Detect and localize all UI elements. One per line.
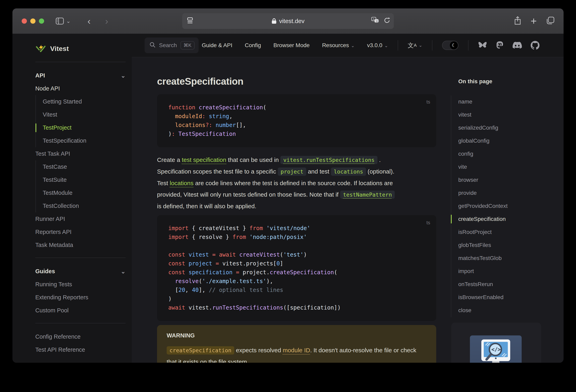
- sidebar-section-label: Guides: [35, 268, 55, 275]
- sidebar-section-guides[interactable]: Guides⌄: [35, 265, 126, 278]
- sidebar-item-extending-reporters[interactable]: Extending Reporters: [35, 291, 132, 304]
- sidebar-item-testproject[interactable]: TestProject: [43, 121, 132, 134]
- outline-item-provide[interactable]: provide: [458, 186, 564, 199]
- sponsor-illustration: </>: [470, 335, 522, 363]
- outline-item-config[interactable]: config: [458, 147, 564, 160]
- sidebar-item-config-reference[interactable]: Config Reference: [35, 330, 132, 343]
- url-text: vitest.dev: [279, 18, 305, 25]
- site-header: Search ⌘K Guide & APIConfigBrowser ModeR…: [132, 34, 564, 57]
- code-block-signature[interactable]: ts function createSpecification( moduleI…: [157, 94, 436, 147]
- code-line: const specification = project.createSpec…: [168, 268, 425, 277]
- code-block-example[interactable]: ts import { createVitest } from 'vitest/…: [157, 215, 436, 321]
- reader-icon[interactable]: [187, 17, 194, 25]
- svg-text:</>: </>: [491, 346, 501, 353]
- outline-item-globalconfig[interactable]: globalConfig: [458, 134, 564, 147]
- browser-toolbar: ⌄ ‹ › vitest.dev A文: [12, 8, 564, 34]
- outline-marker-track: [451, 95, 451, 317]
- sidebar-toggle-icon[interactable]: [55, 17, 64, 26]
- outline-item-vite[interactable]: vite: [458, 160, 564, 173]
- vitest-logo[interactable]: Vitest: [35, 41, 132, 56]
- inline-code-link[interactable]: testNamePattern: [340, 191, 395, 199]
- warning-callout: WARNING createSpecification expects reso…: [157, 325, 436, 363]
- code-line: ): TestSpecification: [168, 130, 425, 138]
- outline-item-createspecification[interactable]: createSpecification: [458, 212, 564, 225]
- code-line: [20, 40], // optional test lines: [168, 286, 425, 295]
- nav-link-resources[interactable]: Resources⌄: [322, 42, 355, 49]
- minimize-window-button[interactable]: [30, 18, 35, 24]
- sidebar-item-running-tests[interactable]: Running Tests: [35, 278, 132, 291]
- inline-code-link[interactable]: vitest.runTestSpecifications: [280, 156, 377, 164]
- outline-item-isrootproject[interactable]: isRootProject: [458, 225, 564, 239]
- sidebar-item-testcollection[interactable]: TestCollection: [43, 199, 132, 212]
- sidebar: Vitest API⌄Node APIGetting StartedVitest…: [12, 34, 132, 363]
- search-input[interactable]: Search ⌘K: [144, 37, 199, 53]
- sidebar-divider: [35, 258, 126, 258]
- sidebar-nested-group: Getting StartedVitestTestProjectTestSpec…: [35, 95, 132, 147]
- code-line: ): [168, 295, 425, 303]
- inline-link[interactable]: test specification: [182, 156, 226, 163]
- sidebar-item-test-task-api[interactable]: Test Task API: [35, 147, 132, 160]
- share-icon[interactable]: [514, 16, 521, 26]
- page-title: createSpecification: [157, 76, 436, 87]
- sidebar-section-api[interactable]: API⌄: [35, 69, 126, 82]
- translate-icon[interactable]: A文: [372, 17, 379, 25]
- sidebar-item-reporters-api[interactable]: Reporters API: [35, 225, 132, 239]
- sidebar-item-runner-api[interactable]: Runner API: [35, 212, 132, 225]
- outline-item-close[interactable]: close: [458, 304, 564, 317]
- nav-link-config[interactable]: Config: [245, 42, 261, 49]
- nav-link-guide-api[interactable]: Guide & API: [202, 42, 232, 49]
- sidebar-item-task-metadata[interactable]: Task Metadata: [35, 239, 132, 252]
- tabs-overview-icon[interactable]: [546, 16, 555, 26]
- language-icon[interactable]: 文A⌄: [408, 41, 422, 50]
- zoom-window-button[interactable]: [39, 18, 44, 24]
- sidebar-item-node-api[interactable]: Node API: [35, 82, 132, 95]
- nav-separator: [432, 40, 432, 51]
- text-line: Create a test specification that can be …: [157, 154, 436, 166]
- sponsor-card[interactable]: </>: [451, 323, 541, 363]
- chevron-down-icon: ⌄: [121, 72, 126, 79]
- outline-item-name[interactable]: name: [458, 95, 564, 108]
- discord-icon[interactable]: [513, 42, 522, 49]
- new-tab-icon[interactable]: +: [531, 15, 537, 27]
- svg-text:文: 文: [376, 20, 378, 23]
- outline-item-globtestfiles[interactable]: globTestFiles: [458, 239, 564, 252]
- bluesky-icon[interactable]: [478, 41, 487, 49]
- tab-group-chevron-icon[interactable]: ⌄: [66, 18, 71, 24]
- sidebar-item-testcase[interactable]: TestCase: [43, 160, 132, 173]
- reload-icon[interactable]: [384, 17, 390, 25]
- sidebar-item-test-api-reference[interactable]: Test API Reference: [35, 343, 132, 356]
- sidebar-item-testsuite[interactable]: TestSuite: [43, 173, 132, 186]
- sidebar-item-custom-pool[interactable]: Custom Pool: [35, 304, 132, 317]
- outline-item-serializedconfig[interactable]: serializedConfig: [458, 121, 564, 134]
- sidebar-item-testspecification[interactable]: TestSpecification: [43, 134, 132, 147]
- inline-link[interactable]: locations: [170, 180, 193, 186]
- sidebar-item-getting-started[interactable]: Getting Started: [43, 95, 132, 108]
- outline-item-browser[interactable]: browser: [458, 173, 564, 186]
- outline-item-getprovidedcontext[interactable]: getProvidedContext: [458, 199, 564, 212]
- code-line: locations?: number[],: [168, 121, 425, 130]
- chevron-down-icon: ⌄: [351, 43, 355, 48]
- nav-link-v3-0-0[interactable]: v3.0.0⌄: [367, 42, 388, 49]
- back-icon[interactable]: ‹: [85, 17, 93, 26]
- address-bar[interactable]: vitest.dev A文: [182, 13, 394, 29]
- outline-item-import[interactable]: import: [458, 265, 564, 278]
- moon-icon: ☾: [450, 41, 458, 49]
- sidebar-item-testmodule[interactable]: TestModule: [43, 186, 132, 199]
- nav-separator: [468, 40, 468, 51]
- code-lang-label: ts: [426, 97, 430, 106]
- inline-link[interactable]: module ID: [283, 347, 310, 354]
- theme-toggle[interactable]: ☾: [442, 41, 459, 50]
- text-line: is defined, then it will also be applied…: [157, 200, 436, 212]
- outline-item-matchestestglob[interactable]: matchesTestGlob: [458, 252, 564, 265]
- browser-window: ⌄ ‹ › vitest.dev A文: [12, 8, 564, 363]
- outline-item-ontestsrerun[interactable]: onTestsRerun: [458, 278, 564, 291]
- sidebar-item-vitest[interactable]: Vitest: [43, 108, 132, 121]
- outline-item-vitest[interactable]: vitest: [458, 108, 564, 121]
- magnifier-code-illustration: </>: [480, 339, 512, 363]
- outline-item-isbrowserenabled[interactable]: isBrowserEnabled: [458, 291, 564, 304]
- search-label: Search: [159, 42, 177, 49]
- close-window-button[interactable]: [22, 18, 27, 24]
- nav-link-browser-mode[interactable]: Browser Mode: [273, 42, 310, 49]
- mastodon-icon[interactable]: [496, 41, 504, 50]
- github-icon[interactable]: [531, 41, 540, 50]
